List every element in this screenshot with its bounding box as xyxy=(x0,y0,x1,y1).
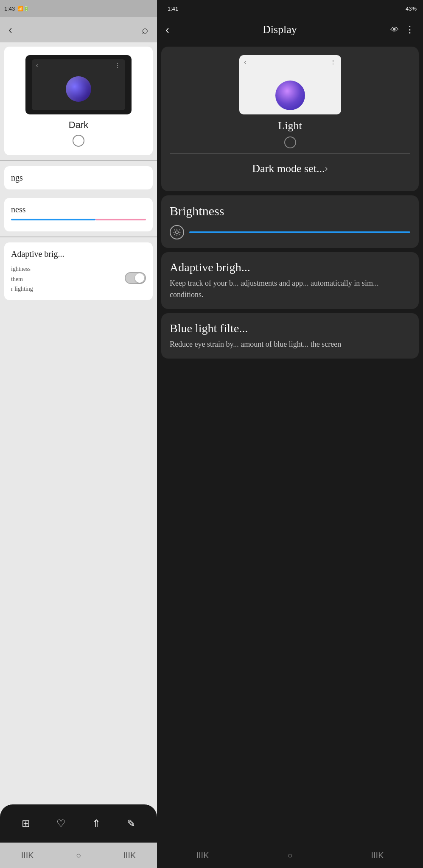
preview-dots-icon: ⋮ xyxy=(115,62,121,69)
left-settings-title: ngs xyxy=(11,173,23,182)
right-nav-back-icon: IIIK xyxy=(196,851,209,860)
right-nav-home-icon: ○ xyxy=(287,851,292,860)
light-theme-preview[interactable]: ‹ ⋮ xyxy=(239,55,341,114)
left-nav-back-icon: IIIK xyxy=(21,851,34,860)
left-topbar: ‹ ⌕ xyxy=(0,17,157,42)
right-nav-home-button[interactable]: ○ xyxy=(287,851,292,860)
left-nav-bar: IIIK ○ IIIK xyxy=(0,843,157,868)
right-topbar: ‹ Display 👁 ⋮ xyxy=(157,17,423,42)
left-brightness-section: ness xyxy=(4,198,153,231)
right-brightness-title: Brightness xyxy=(170,204,410,218)
left-settings-section: ngs xyxy=(4,166,153,189)
right-adaptive-desc: Keep track of your b... adjustments and … xyxy=(170,278,410,300)
right-nav-recents-icon: IIIK xyxy=(371,851,384,860)
left-status-icons: 📶🔋 xyxy=(17,6,29,11)
right-brightness-card: Brightness xyxy=(161,195,419,248)
share-icon: ⇑ xyxy=(92,818,101,829)
dark-blob xyxy=(66,76,91,102)
svg-point-0 xyxy=(176,231,179,234)
svg-line-7 xyxy=(179,230,180,231)
right-menu-icon: ⋮ xyxy=(405,24,415,35)
heart-icon: ♡ xyxy=(56,818,66,829)
right-adaptive-card: Adaptive brigh... Keep track of your b..… xyxy=(161,252,419,309)
light-theme-label: Light xyxy=(278,120,302,132)
svg-line-5 xyxy=(174,230,175,231)
left-back-icon: ‹ xyxy=(8,23,12,36)
left-nav-recents-button[interactable]: IIIK xyxy=(123,851,136,860)
right-adaptive-title: Adaptive brigh... xyxy=(170,261,410,274)
left-status-bar: 1:43 📶🔋 xyxy=(0,0,157,17)
right-page-title: Display xyxy=(263,23,297,36)
left-adaptive-toggle[interactable] xyxy=(125,272,146,284)
left-adaptive-sub3: r lighting xyxy=(11,285,33,293)
svg-line-8 xyxy=(174,234,175,235)
left-toggle-knob xyxy=(135,273,144,283)
left-adaptive-title: Adaptive brig... xyxy=(11,249,64,259)
right-brightness-slider-track xyxy=(189,231,410,233)
left-search-button[interactable]: ⌕ xyxy=(142,23,148,36)
right-brightness-slider-row[interactable] xyxy=(170,225,410,239)
left-adaptive-section: Adaptive brig... ightness them r lightin… xyxy=(4,242,153,300)
left-separator-2 xyxy=(0,236,157,237)
light-theme-radio[interactable] xyxy=(284,136,296,148)
right-back-icon: ‹ xyxy=(165,23,169,36)
right-status-bar: 1:41 43% xyxy=(157,0,423,17)
right-blue-light-card: Blue light filte... Reduce eye strain by… xyxy=(161,313,419,359)
right-blue-light-desc: Reduce eye strain by... amount of blue l… xyxy=(170,339,410,350)
dark-mode-settings-row[interactable]: Dark mode set... › xyxy=(252,155,328,183)
right-nav-back-button[interactable]: IIIK xyxy=(196,851,209,860)
right-back-button[interactable]: ‹ xyxy=(165,23,169,36)
left-slider-track-blue xyxy=(11,219,95,220)
brightness-sun-icon xyxy=(170,225,184,239)
left-search-icon: ⌕ xyxy=(142,23,148,36)
right-blue-light-title: Blue light filte... xyxy=(170,322,410,335)
right-nav-bar: IIIK ○ IIIK xyxy=(157,843,423,868)
left-nav-home-icon: ○ xyxy=(76,851,81,860)
edit-icon: ✎ xyxy=(127,818,135,829)
left-brightness-slider-row[interactable] xyxy=(11,214,146,225)
right-separator-1 xyxy=(170,153,410,154)
right-content: ‹ ⋮ Light Dark mode set... › Brightness xyxy=(157,42,423,843)
toolbar-share-button[interactable]: ⇑ xyxy=(92,818,101,829)
left-bottom-toolbar: ⊞ ♡ ⇑ ✎ xyxy=(0,804,157,843)
r-preview-back-icon: ‹ xyxy=(244,58,247,65)
dark-theme-label: Dark xyxy=(69,120,88,131)
left-adaptive-toggle-row: ightness them r lighting xyxy=(11,263,146,293)
left-slider-track-pink xyxy=(95,219,146,220)
dark-mode-chevron-icon: › xyxy=(325,163,328,174)
left-nav-home-button[interactable]: ○ xyxy=(76,851,81,860)
left-separator-1 xyxy=(0,160,157,161)
left-adaptive-sub1: ightness xyxy=(11,265,33,273)
toolbar-edit-button[interactable]: ✎ xyxy=(127,818,135,829)
right-battery: 43% xyxy=(406,6,417,12)
left-status-time: 1:43 xyxy=(4,6,15,12)
left-theme-card: ‹ ⋮ Dark xyxy=(4,47,153,155)
right-status-time: 1:41 xyxy=(168,6,178,12)
grid-icon: ⊞ xyxy=(22,818,30,829)
dark-theme-radio[interactable] xyxy=(73,135,84,147)
preview-back-icon: ‹ xyxy=(36,62,38,69)
left-back-button[interactable]: ‹ xyxy=(8,23,12,36)
dark-theme-preview[interactable]: ‹ ⋮ xyxy=(25,55,132,114)
left-adaptive-sub2: them xyxy=(11,275,33,284)
right-menu-button[interactable]: ⋮ xyxy=(405,24,415,35)
left-spacer xyxy=(0,304,157,804)
left-nav-back-button[interactable]: IIIK xyxy=(21,851,34,860)
right-topbar-icons: 👁 ⋮ xyxy=(390,24,415,35)
svg-line-6 xyxy=(179,234,180,235)
r-preview-dots-icon: ⋮ xyxy=(330,58,336,65)
dark-mode-settings-label: Dark mode set... xyxy=(252,162,325,175)
right-nav-recents-button[interactable]: IIIK xyxy=(371,851,384,860)
toolbar-heart-button[interactable]: ♡ xyxy=(56,818,66,829)
eye-icon: 👁 xyxy=(390,25,399,35)
left-panel: 1:43 📶🔋 ‹ ⌕ ‹ ⋮ Dark ngs ness xyxy=(0,0,157,868)
right-theme-card: ‹ ⋮ Light Dark mode set... › xyxy=(161,47,419,191)
light-blob xyxy=(275,81,305,110)
right-panel: 1:41 43% ‹ Display 👁 ⋮ ‹ ⋮ Light xyxy=(157,0,423,868)
toolbar-grid-button[interactable]: ⊞ xyxy=(22,818,30,829)
left-nav-recents-icon: IIIK xyxy=(123,851,136,860)
left-brightness-title: ness xyxy=(11,205,25,214)
